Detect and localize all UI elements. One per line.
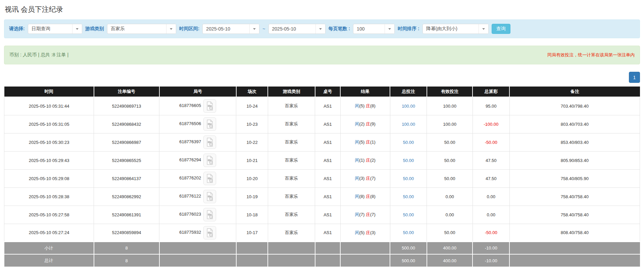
video-replay-button[interactable] (203, 208, 216, 221)
cell-bet-id: 522490865525 (94, 151, 159, 169)
summary-cell: 400.00 (427, 254, 473, 267)
filter-bar: 请选择: 日期查询 游戏类别 百家乐 时间区间: 2025-05-10 ~ 20… (4, 19, 640, 38)
summary-bar: 币别 : 人民币 | 总共 :8 注单 | 同局有效投注，统一计算在该局第一张注… (4, 46, 640, 64)
summary-cell (159, 254, 236, 267)
cell-table-no: AS1 (315, 169, 341, 187)
chevron-down-icon[interactable] (315, 24, 325, 34)
col-header-9: 总派彩 (473, 87, 509, 97)
banker-result: 庄 (366, 230, 370, 235)
cell-round-id: 618776397 (159, 133, 236, 151)
summary-cell (236, 242, 268, 254)
chevron-down-icon[interactable] (249, 24, 259, 34)
total-bet-link[interactable]: 50.00 (403, 230, 414, 235)
video-replay-icon (205, 155, 214, 165)
cell-table-no: AS1 (315, 133, 341, 151)
banker-result: 庄 (366, 194, 370, 199)
summary-row: 小计8500.00400.00-10.00 (4, 242, 640, 254)
col-header-5: 桌号 (315, 87, 341, 97)
col-header-4: 游戏类别 (268, 87, 315, 97)
summary-cell: -10.00 (473, 254, 509, 267)
cell-valid-bet: 50.00 (427, 151, 473, 169)
cell-session: 10-17 (236, 224, 268, 242)
cell-table-no: AS1 (315, 115, 341, 133)
cell-payout: -50.00 (473, 224, 509, 242)
cell-result: 闲(1) 庄(2) (340, 151, 390, 169)
page-title: 视讯 会员下注纪录 (5, 5, 640, 14)
total-bet-link[interactable]: 50.00 (403, 194, 414, 199)
cell-bet-id: 522490868432 (94, 115, 159, 133)
video-replay-button[interactable] (203, 117, 216, 131)
total-bet-link[interactable]: 50.00 (403, 212, 414, 217)
game-type-select[interactable]: 百家乐 (107, 24, 176, 34)
col-header-1: 注单编号 (94, 87, 159, 97)
video-replay-button[interactable] (203, 190, 216, 203)
summary-cell: -10.00 (473, 242, 509, 254)
table-row: 2025-05-10 05:27:58522490861391618776023… (4, 206, 640, 224)
cell-payout: 0.00 (473, 206, 509, 224)
time-range-label: 时间区间: (179, 26, 200, 32)
page-size-select[interactable]: 100 (353, 24, 395, 34)
cell-table-no: AS1 (315, 206, 341, 224)
chevron-down-icon[interactable] (479, 24, 488, 34)
cell-result: 闲(5) 庄(3) (340, 224, 390, 242)
summary-cell: 8 (94, 242, 159, 254)
date-from-select[interactable]: 2025-05-10 (202, 24, 259, 34)
cell-result: 闲(5) 庄(8) (340, 97, 390, 115)
chevron-down-icon[interactable] (166, 24, 176, 34)
date-to-select[interactable]: 2025-05-10 (268, 24, 326, 34)
total-bet-link[interactable]: 100.00 (402, 104, 415, 109)
banker-result: 庄 (366, 103, 370, 108)
cell-result: 闲(5) 庄(1) (340, 133, 390, 151)
range-separator: ~ (262, 26, 265, 32)
cell-total-bet: 50.00 (390, 206, 427, 224)
summary-cell (509, 254, 640, 267)
chevron-down-icon[interactable] (72, 24, 82, 34)
round-id: 618776202 (179, 175, 201, 180)
pagination: 1 (4, 72, 640, 83)
table-row: 2025-05-10 05:28:38522490862992618776122… (4, 187, 640, 206)
cell-valid-bet: 100.00 (427, 115, 473, 133)
cell-time: 2025-05-10 05:30:23 (4, 133, 94, 151)
cell-game-type: 百家乐 (268, 224, 315, 242)
cell-remark: 803.40/703.40 (509, 115, 640, 133)
video-replay-icon (205, 210, 214, 220)
video-replay-icon (205, 101, 214, 111)
game-type-label: 游戏类别 (85, 26, 104, 32)
cell-bet-id: 522490864137 (94, 169, 159, 187)
cell-remark: 805.90/853.40 (509, 151, 640, 169)
sort-select[interactable]: 降幂(由大到小) (423, 24, 489, 34)
total-bet-link[interactable]: 50.00 (403, 140, 414, 145)
query-type-select[interactable]: 日期查询 (28, 24, 82, 34)
total-bet-link[interactable]: 50.00 (403, 158, 414, 163)
banker-result: 庄 (366, 140, 370, 145)
summary-cell (268, 242, 315, 254)
valid-bet-notice: 同局有效投注，统一计算在该局第一张注单内 (547, 52, 635, 58)
chevron-down-icon[interactable] (385, 24, 394, 34)
video-replay-button[interactable] (203, 135, 216, 149)
video-replay-button[interactable] (203, 172, 216, 185)
total-bet-link[interactable]: 100.00 (402, 122, 415, 127)
round-id: 618776122 (179, 194, 201, 199)
cell-payout: 47.50 (473, 169, 509, 187)
cell-valid-bet: 100.00 (427, 97, 473, 115)
table-row: 2025-05-10 05:31:05522490868432618776506… (4, 115, 640, 133)
cell-valid-bet: 0.00 (427, 206, 473, 224)
sort-value: 降幂(由大到小) (423, 24, 479, 34)
cell-session: 10-21 (236, 151, 268, 169)
video-replay-button[interactable] (203, 226, 216, 239)
sort-label: 时间排序 : (398, 26, 419, 32)
player-result: 闲 (355, 176, 359, 181)
cell-time: 2025-05-10 05:28:38 (4, 187, 94, 206)
video-replay-button[interactable] (203, 154, 216, 167)
search-button[interactable]: 查询 (492, 24, 510, 34)
summary-label: 总计 (4, 254, 94, 267)
round-id: 618775932 (179, 230, 201, 235)
col-header-0: 时间 (4, 87, 94, 97)
total-bet-link[interactable]: 50.00 (403, 176, 414, 181)
col-header-10: 备注 (509, 87, 640, 97)
video-replay-button[interactable] (203, 99, 216, 113)
page-button-1[interactable]: 1 (629, 72, 640, 83)
cell-table-no: AS1 (315, 151, 341, 169)
cell-remark: 853.40/803.40 (509, 133, 640, 151)
select-label: 请选择: (9, 26, 25, 32)
